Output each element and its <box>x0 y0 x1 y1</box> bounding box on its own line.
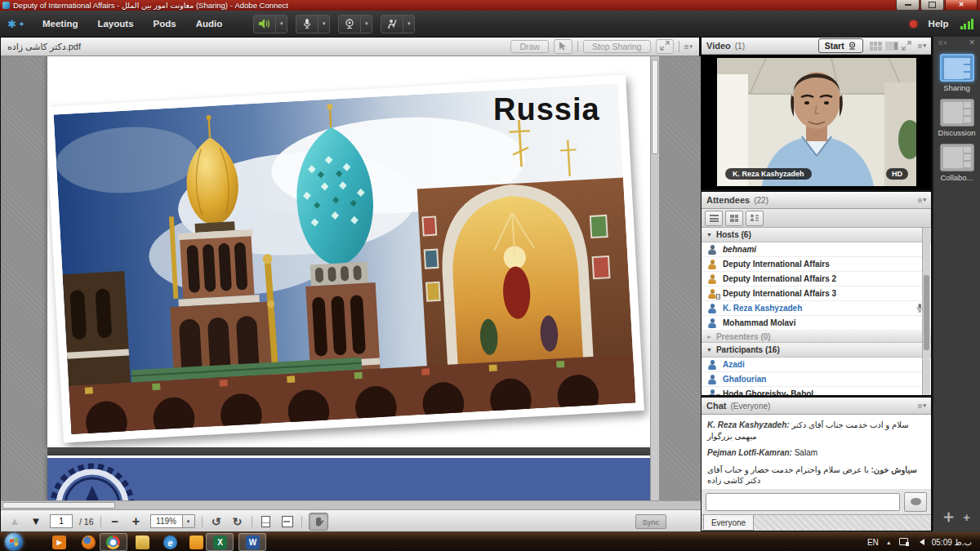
attendees-scrollbar-thumb[interactable] <box>924 275 929 350</box>
volume-icon[interactable] <box>916 539 924 545</box>
pan-tool-button[interactable] <box>309 513 328 531</box>
stop-sharing-button[interactable]: Stop Sharing <box>583 40 651 53</box>
fit-page-button[interactable] <box>259 514 274 529</box>
next-page-button[interactable]: ▼ <box>29 514 43 529</box>
taskbar-excel-icon[interactable]: X <box>213 535 227 549</box>
zoom-dropdown-icon[interactable]: ▾ <box>183 514 195 528</box>
attendees-pod-menu-icon[interactable]: ≡▾ <box>918 196 926 205</box>
microphone-dropdown[interactable]: ▾ <box>318 16 329 33</box>
taskbar-orange-app-icon[interactable] <box>189 535 203 549</box>
send-message-button[interactable] <box>904 492 927 512</box>
clock[interactable]: 05:09 ب.ظ <box>932 538 972 547</box>
taskbar-word-icon[interactable]: W <box>246 535 260 549</box>
share-pod-menu-icon[interactable]: ≡▾ <box>684 42 693 51</box>
expand-icon[interactable]: ► <box>706 334 712 340</box>
menu-help[interactable]: Help <box>929 19 949 29</box>
menu-meeting[interactable]: Meeting <box>33 19 87 29</box>
taskbar-firefox-icon[interactable] <box>82 535 96 549</box>
collapse-icon[interactable]: ▼ <box>706 347 712 353</box>
manage-layouts-icon[interactable]: ✕ <box>939 509 957 527</box>
participants-group-header[interactable]: ▼ Participants (16) <box>702 343 931 358</box>
attendees-scrollbar[interactable] <box>922 228 930 395</box>
vertical-scrollbar-thumb[interactable] <box>652 60 658 154</box>
grid-view-icon[interactable] <box>870 42 882 51</box>
chat-pod-header: Chat (Everyone) ≡▾ <box>702 398 931 415</box>
raise-hand-icon <box>381 16 403 33</box>
chat-input[interactable] <box>706 493 900 511</box>
minimize-button[interactable] <box>896 0 920 11</box>
horizontal-scrollbar-thumb[interactable] <box>2 502 115 509</box>
video-pod: Video (1) Start ≡▾ <box>701 37 932 190</box>
layout-bar-close-icon[interactable]: ✕ <box>969 38 975 47</box>
webcam-dropdown[interactable]: ▾ <box>360 16 372 33</box>
speaker-button[interactable]: ▾ <box>253 15 287 33</box>
horizontal-scrollbar[interactable] <box>1 500 701 509</box>
layout-discussion-thumbnail[interactable] <box>940 99 974 127</box>
video-fullscreen-icon[interactable] <box>902 41 911 51</box>
raise-hand-dropdown[interactable]: ▾ <box>403 16 414 33</box>
attendee-row[interactable]: Deputy International Affairs 2 <box>702 272 931 287</box>
filmstrip-view-icon[interactable] <box>885 42 898 51</box>
page-number-input[interactable] <box>50 514 73 528</box>
taskbar-media-player-icon[interactable]: ▶ <box>52 535 66 549</box>
zoom-out-button[interactable]: − <box>108 514 122 529</box>
menu-audio[interactable]: Audio <box>186 19 233 29</box>
attendee-row[interactable]: Ghafourian <box>702 372 931 387</box>
microphone-button[interactable]: ▾ <box>296 15 330 33</box>
pointer-tool-button[interactable] <box>554 39 572 54</box>
menu-pods[interactable]: Pods <box>144 19 186 29</box>
layout-bar-menu-icon[interactable]: ≡▾ <box>938 38 947 47</box>
attendees-list[interactable]: ▼ Hosts (6) behnami Deputy International… <box>702 228 931 395</box>
fit-width-button[interactable] <box>280 514 295 529</box>
attendee-row[interactable]: Deputy International Affairs <box>702 257 931 272</box>
draw-button[interactable]: Draw <box>510 40 549 53</box>
layout-collaboration-thumbnail[interactable] <box>940 144 974 171</box>
attendee-row[interactable]: Deputy International Affairs 3 <box>702 287 931 301</box>
taskbar-ie-icon[interactable]: e <box>163 535 177 549</box>
add-layout-icon[interactable]: + <box>963 510 970 525</box>
presenters-group-header[interactable]: ► Presenters (0) <box>702 331 931 343</box>
attendee-row[interactable]: Azadi <box>702 358 931 372</box>
chat-messages[interactable]: K. Reza Kashyzadeh: سلام و ادب خدمت جناب… <box>702 415 931 489</box>
tray-expand-icon[interactable]: ▲ <box>886 540 892 545</box>
chat-pod-menu-icon[interactable]: ≡▾ <box>918 402 926 411</box>
sync-button[interactable]: Sync <box>635 514 666 529</box>
grid-view-button[interactable] <box>725 211 743 226</box>
connection-signal-icon[interactable] <box>960 18 974 29</box>
start-button[interactable] <box>5 533 23 551</box>
hosts-group-header[interactable]: ▼ Hosts (6) <box>702 228 931 242</box>
rotate-right-button[interactable]: ↻ <box>230 514 245 529</box>
fullscreen-button[interactable] <box>656 39 674 54</box>
zoom-in-button[interactable]: + <box>129 514 144 529</box>
collapse-icon[interactable]: ▼ <box>706 232 712 238</box>
webcam-button[interactable]: ▾ <box>338 15 372 33</box>
status-view-button[interactable] <box>746 211 764 226</box>
share-pod: دکتر کاشی زاده.pdf Draw Stop Sharing ≡▾ <box>0 37 700 531</box>
attendee-row[interactable]: behnami <box>702 242 931 257</box>
taskbar-explorer-icon[interactable] <box>136 535 149 549</box>
raise-hand-button[interactable]: ▾ <box>381 15 415 33</box>
hd-badge: HD <box>886 168 908 180</box>
share-content-area[interactable]: Russia <box>1 56 701 500</box>
attendee-row[interactable]: Mohammad Molavi <box>702 316 931 331</box>
taskbar-chrome-icon[interactable] <box>106 535 120 549</box>
zoom-level-select[interactable]: 119% ▾ <box>150 514 195 528</box>
attendee-row[interactable]: Hoda Ghoreishy- Babol <box>702 387 931 395</box>
close-button[interactable]: ✕ <box>945 0 978 11</box>
slide2-header-band <box>47 458 650 500</box>
vertical-scrollbar[interactable] <box>650 56 659 500</box>
network-icon[interactable] <box>899 538 909 546</box>
attendee-row-self[interactable]: K. Reza Kashyzadeh <box>702 301 931 316</box>
language-indicator[interactable]: EN <box>867 538 879 547</box>
list-view-button[interactable] <box>705 211 723 226</box>
speaker-dropdown[interactable]: ▾ <box>275 16 287 33</box>
start-webcam-button[interactable]: Start <box>818 38 863 53</box>
video-pod-menu-icon[interactable]: ≡▾ <box>918 42 926 51</box>
restore-button[interactable] <box>920 0 944 11</box>
menu-layouts[interactable]: Layouts <box>87 19 143 29</box>
layout-sharing-thumbnail[interactable] <box>940 54 974 82</box>
tab-everyone[interactable]: Everyone <box>703 515 754 531</box>
previous-page-button[interactable]: ▲ <box>7 514 22 529</box>
rotate-left-button[interactable]: ↺ <box>209 514 224 529</box>
layout-bar: ≡▾ ✕ Sharing Discussion Collabo... ✕ + <box>933 37 980 531</box>
